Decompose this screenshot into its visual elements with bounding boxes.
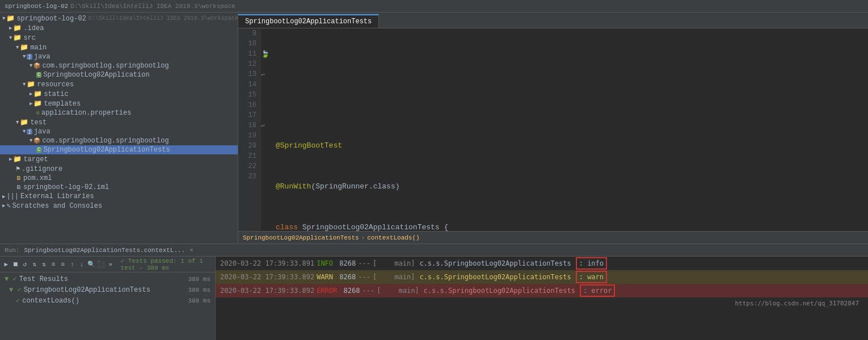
ln-19: 19 bbox=[243, 131, 256, 141]
tree-item-templates[interactable]: ▶ 📁 templates bbox=[0, 99, 238, 108]
ln-11: 11 bbox=[243, 49, 256, 59]
method-pass-icon: ✓ bbox=[16, 296, 20, 305]
tree-item-package[interactable]: ▼ 📦 com.springbootlog.springbootlog bbox=[0, 61, 238, 70]
properties-icon: ⚙ bbox=[36, 110, 40, 116]
code-lines[interactable]: @SpringBootTest @RunWith(SpringRunner.cl… bbox=[271, 28, 868, 231]
run-config-label: SpringbootLog02ApplicationTests.contextL… bbox=[24, 247, 185, 254]
gutter-12 bbox=[261, 59, 271, 69]
more-btn[interactable]: » bbox=[107, 259, 115, 270]
test-result-root[interactable]: ▼ ✓ Test Results 389 ms bbox=[0, 274, 215, 284]
sort2-btn[interactable]: ⇅ bbox=[40, 259, 48, 270]
annotation-runwith: @RunWith bbox=[276, 182, 311, 192]
tree-label-pom: pom.xml bbox=[23, 174, 52, 182]
editor-tab-main[interactable]: SpringbootLog02ApplicationTests bbox=[238, 14, 379, 28]
list-btn[interactable]: ≡ bbox=[49, 259, 57, 270]
test-root-time: 389 ms bbox=[188, 276, 210, 283]
tree-item-iml[interactable]: 🗎 springboot-log-02.iml bbox=[0, 183, 238, 192]
search-btn[interactable]: 🔍 bbox=[87, 259, 95, 270]
tree-item-idea[interactable]: ▶ 📁 .idea bbox=[0, 23, 238, 33]
tree-item-pom[interactable]: 🗎 pom.xml bbox=[0, 174, 238, 183]
log-thread-name-info: main bbox=[377, 258, 411, 268]
log-pid-val-info: 8268 bbox=[339, 258, 356, 268]
ln-17: 17 bbox=[243, 110, 256, 120]
xml-icon: 🗎 bbox=[16, 175, 22, 182]
java-test-folder-icon: j bbox=[27, 129, 32, 135]
down-btn[interactable]: ↓ bbox=[78, 259, 86, 270]
run-btn[interactable]: ▶ bbox=[2, 259, 10, 270]
watermark-container: https://blog.csdn.net/qq_31702847 bbox=[216, 297, 868, 309]
tree-item-test-class[interactable]: C SpringbootLog02ApplicationTests bbox=[0, 145, 238, 154]
tree-item-root[interactable]: ▼ 📁 springboot-log-02 D:\Skill\Idea\Inte… bbox=[0, 14, 238, 23]
test-result-method[interactable]: ✓ contextLoads() 389 ms bbox=[0, 295, 215, 306]
tree-item-scratches[interactable]: ▶ ✎ Scratches and Consoles bbox=[0, 201, 238, 211]
tree-item-target[interactable]: ▶ 📁 target bbox=[0, 154, 238, 164]
class-name: SpringbootLog02ApplicationTests bbox=[302, 223, 444, 231]
log-pid-val-warn: 8268 bbox=[339, 272, 356, 282]
test-root-label: Test Results bbox=[19, 275, 68, 283]
expand-arrow-test: ▼ bbox=[16, 120, 19, 125]
tree-item-static[interactable]: ▶ 📁 static bbox=[0, 89, 238, 99]
code-line-11: @SpringBootTest bbox=[276, 141, 863, 151]
class-icon-main: C bbox=[36, 72, 41, 78]
package-test-icon: 📦 bbox=[33, 137, 40, 144]
tree-item-src[interactable]: ▼ 📁 src bbox=[0, 33, 238, 43]
tree-label-idea: .idea bbox=[23, 24, 44, 32]
expand-arrow-target: ▶ bbox=[9, 156, 12, 162]
tree-item-java-test[interactable]: ▼ j java bbox=[0, 127, 238, 136]
log-thread-open-warn: [ bbox=[373, 272, 377, 282]
sort-btn[interactable]: ⇅ bbox=[31, 259, 39, 270]
tree-item-package-test[interactable]: ▼ 📦 com.springbootlog.springbootlog bbox=[0, 136, 238, 145]
log-sep-error: --- bbox=[362, 286, 374, 296]
tree-item-main[interactable]: ▼ 📁 main bbox=[0, 43, 238, 52]
breadcrumb-class: SpringbootLog02ApplicationTests bbox=[243, 234, 359, 241]
tree-label-iml: springboot-log-02.iml bbox=[23, 183, 109, 191]
tree-label-main: main bbox=[30, 44, 47, 52]
src-folder-icon: 📁 bbox=[13, 33, 22, 42]
log-msg-error: : error bbox=[580, 284, 616, 297]
tree-label-app-props: application.properties bbox=[41, 109, 131, 117]
log-thread-close-info: ] bbox=[411, 258, 415, 268]
watermark-text: https://blog.csdn.net/qq_31702847 bbox=[735, 300, 863, 307]
list2-btn[interactable]: ≡ bbox=[59, 259, 67, 270]
tree-label-main-class: SpringbootLog02Application bbox=[43, 71, 149, 79]
gutter-14 bbox=[261, 79, 271, 90]
code-area[interactable]: 9 10 11 12 13 14 15 16 17 18 19 20 21 22… bbox=[238, 28, 868, 231]
rerun-btn[interactable]: ↺ bbox=[21, 259, 29, 270]
pass-checkmark: ✓ bbox=[121, 258, 125, 265]
gutter-18: ↩ bbox=[261, 120, 271, 131]
gutter-20 bbox=[261, 141, 271, 151]
ln-18: 18 bbox=[243, 120, 256, 131]
ln-10: 10 bbox=[243, 39, 256, 49]
brace: { bbox=[444, 223, 448, 231]
log-line-warn: 2020-03-22 17:39:33.892 WARN 8268 --- [ … bbox=[216, 270, 868, 284]
editor-tabs: SpringbootLog02ApplicationTests bbox=[238, 12, 868, 28]
log-output: 2020-03-22 17:39:33.891 INFO 8268 --- [ … bbox=[216, 257, 868, 340]
idea-folder-icon: 📁 bbox=[13, 24, 22, 32]
test-method-label: contextLoads() bbox=[22, 297, 79, 305]
class-ref: class bbox=[373, 182, 395, 192]
tree-item-app-props[interactable]: ⚙ application.properties bbox=[0, 108, 238, 117]
log-time-error: 2020-03-22 17:39:33.892 bbox=[220, 286, 314, 296]
log-level-warn: WARN bbox=[317, 272, 333, 282]
log-thread-name-warn: main bbox=[377, 272, 411, 282]
expand-arrow-java-test: ▼ bbox=[23, 129, 26, 135]
main-folder-icon: 📁 bbox=[20, 43, 28, 52]
tree-item-java[interactable]: ▼ j java bbox=[0, 52, 238, 61]
tree-item-resources[interactable]: ▼ 📁 resources bbox=[0, 79, 238, 89]
run-tab-close[interactable]: × bbox=[189, 247, 193, 254]
tree-item-main-class[interactable]: C SpringbootLog02Application bbox=[0, 70, 238, 79]
log-logger-info: c.s.s.SpringbootLog02ApplicationTests bbox=[419, 258, 571, 268]
tree-item-test[interactable]: ▼ 📁 test bbox=[0, 117, 238, 127]
stop-btn[interactable]: ⏹ bbox=[12, 259, 20, 270]
target-folder-icon: 📁 bbox=[13, 155, 22, 163]
test-class-label: SpringbootLog02ApplicationTests bbox=[24, 286, 150, 294]
gutter-17 bbox=[261, 110, 271, 120]
ln-15: 15 bbox=[243, 90, 256, 100]
stop2-btn[interactable]: ⬛ bbox=[97, 259, 105, 270]
log-msg-warn: : warn bbox=[576, 271, 607, 283]
tree-item-ext-libs[interactable]: ▶ ||| External Libraries bbox=[0, 192, 238, 201]
test-result-class[interactable]: ▼ ✓ SpringbootLog02ApplicationTests 389 … bbox=[0, 284, 215, 295]
tree-item-gitignore[interactable]: ⚑ .gitignore bbox=[0, 164, 238, 174]
log-time-warn: 2020-03-22 17:39:33.892 bbox=[220, 272, 314, 282]
up-btn[interactable]: ↑ bbox=[69, 259, 77, 270]
